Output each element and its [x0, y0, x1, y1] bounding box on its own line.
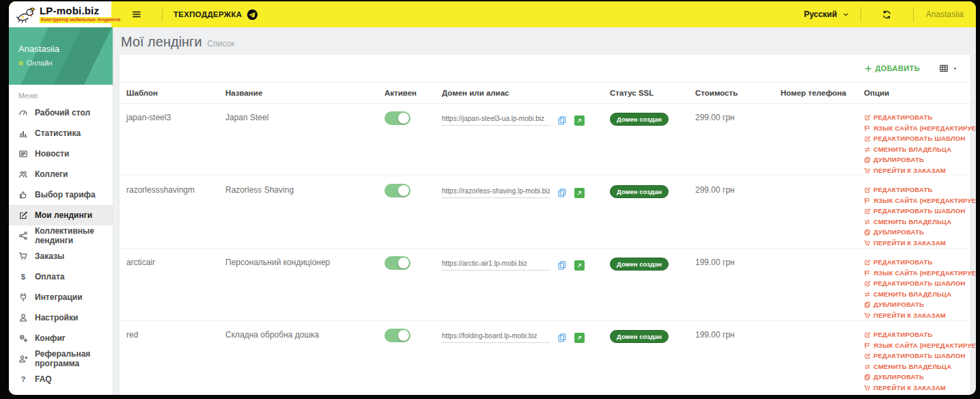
sidebar-item[interactable]: Мои лендинги [9, 205, 113, 225]
option-link[interactable]: ПЕРЕЙТИ К ЗАКАЗАМ [864, 383, 946, 394]
open-site-button[interactable] [574, 188, 585, 198]
copy-domain-icon[interactable] [557, 260, 567, 270]
user-menu[interactable]: Anastasiia [914, 1, 976, 27]
sidebar-item[interactable]: Статистика [9, 123, 113, 143]
option-link[interactable]: РЕДАКТИРОВАТЬ [864, 330, 933, 340]
option-link[interactable]: ЯЗЫК САЙТА (НЕРЕДАКТИРУЕМОЕ) [864, 196, 976, 206]
option-label: РЕДАКТИРОВАТЬ [873, 258, 933, 268]
sidebar-toggle-button[interactable] [111, 1, 162, 27]
cell-active [384, 176, 442, 249]
copy-domain-icon[interactable] [557, 333, 567, 342]
duplicate-icon [864, 301, 871, 308]
option-link[interactable]: ДУБЛИРОВАТЬ [864, 155, 924, 165]
language-flag-icon [864, 342, 871, 349]
refresh-icon [882, 10, 892, 20]
edit-icon [864, 208, 871, 215]
news-icon [18, 149, 28, 159]
page-header: Мої лендінги Список [121, 33, 969, 51]
cell-domain [442, 321, 610, 394]
active-toggle[interactable] [384, 111, 410, 125]
topbar: LP-mobi.biz Конструктор мобильных лендин… [9, 1, 976, 27]
language-dropdown[interactable]: Русский [793, 1, 860, 27]
sidebar-item[interactable]: Настройки [9, 307, 113, 328]
sidebar-item-label: Оплата [35, 272, 64, 281]
copy-domain-icon[interactable] [557, 115, 567, 125]
column-settings-button[interactable] [939, 64, 958, 73]
table-grid-icon [939, 64, 949, 73]
support-button[interactable]: ТЕХПОДДЕРЖКА [163, 1, 269, 27]
column-header: Опции [864, 83, 976, 104]
open-site-button[interactable] [574, 333, 585, 343]
option-link[interactable]: РЕДАКТИРОВАТЬ [864, 185, 933, 195]
option-label: РЕДАКТИРОВАТЬ [873, 330, 933, 340]
cart-icon [864, 240, 871, 247]
toggle-knob [398, 330, 409, 341]
online-status-label: Онлайн [27, 59, 53, 67]
integrations-plug-icon [18, 292, 28, 302]
domain-input[interactable] [442, 332, 550, 343]
table-row: clothes and shoes Чоловічі кросівки [120, 394, 976, 396]
logo[interactable]: LP-mobi.biz Конструктор мобильных лендин… [9, 1, 111, 27]
option-link[interactable]: РЕДАКТИРОВАТЬ ШАБЛОН [864, 279, 966, 289]
exchange-icon [864, 363, 871, 370]
option-label: ПЕРЕЙТИ К ЗАКАЗАМ [873, 166, 946, 176]
add-button[interactable]: ДОБАВИТЬ [865, 64, 921, 72]
cell-ssl-status: Домен создан [610, 394, 695, 396]
option-link[interactable]: СМЕНИТЬ ВЛАДЕЛЬЦА [864, 290, 951, 300]
sidebar-item[interactable]: Рабочий стол [9, 102, 113, 123]
active-toggle[interactable] [384, 256, 410, 270]
sidebar-item-label: Интеграции [35, 292, 83, 302]
domain-input[interactable] [442, 115, 550, 126]
exchange-icon [864, 291, 871, 298]
option-link[interactable]: ДУБЛИРОВАТЬ [864, 372, 924, 383]
cell-active [384, 394, 442, 396]
option-link[interactable]: ЯЗЫК САЙТА (НЕРЕДАКТИРУЕМОЕ) [864, 124, 976, 134]
option-label: РЕДАКТИРОВАТЬ [873, 113, 933, 123]
sidebar-item[interactable]: Реферальная программа [9, 348, 113, 369]
cell-phone [781, 104, 864, 176]
sidebar-item[interactable]: Конфиг [9, 328, 113, 348]
option-link[interactable]: ПЕРЕЙТИ К ЗАКАЗАМ [864, 311, 946, 321]
sidebar-item[interactable]: Выйти [9, 389, 113, 395]
sidebar-item[interactable]: Выбор тарифа [9, 184, 113, 205]
option-link[interactable]: ЯЗЫК САЙТА (НЕРЕДАКТИРУЕМОЕ) [864, 269, 976, 279]
referral-user-plus-icon [18, 354, 28, 363]
option-link[interactable]: СМЕНИТЬ ВЛАДЕЛЬЦА [864, 362, 951, 372]
option-link[interactable]: ПЕРЕЙТИ К ЗАКАЗАМ [864, 166, 946, 176]
option-link[interactable]: ДУБЛИРОВАТЬ [864, 300, 924, 310]
sidebar-menu: Рабочий стол Статистика Новости Коллеги … [9, 102, 113, 395]
sidebar-item[interactable]: Интеграции [9, 287, 113, 307]
external-link-icon [576, 118, 583, 124]
option-link[interactable]: РЕДАКТИРОВАТЬ [864, 258, 933, 268]
sidebar-item[interactable]: FAQ [9, 369, 113, 389]
table-row: razorlessshavingm Razorless Shaving [120, 176, 976, 249]
sidebar-item-label: Коллективные лендинги [35, 226, 103, 245]
cell-phone [781, 394, 864, 396]
option-link[interactable]: ПЕРЕЙТИ К ЗАКАЗАМ [864, 238, 946, 249]
option-link[interactable]: СМЕНИТЬ ВЛАДЕЛЬЦА [864, 145, 951, 155]
sidebar-item[interactable]: Коллективные лендинги [9, 225, 113, 246]
option-link[interactable]: РЕДАКТИРОВАТЬ [864, 113, 933, 123]
active-toggle[interactable] [384, 184, 410, 197]
refresh-button[interactable] [861, 1, 913, 27]
column-header: Домен или алиас [442, 83, 610, 104]
option-link[interactable]: ЯЗЫК САЙТА (НЕРЕДАКТИРУЕМОЕ) [864, 341, 976, 351]
option-link[interactable]: РЕДАКТИРОВАТЬ ШАБЛОН [864, 206, 966, 217]
sidebar-item[interactable]: Новости [9, 143, 113, 164]
sidebar-item[interactable]: Заказы [9, 246, 113, 266]
sidebar-item[interactable]: Коллеги [9, 164, 113, 184]
option-link[interactable]: РЕДАКТИРОВАТЬ ШАБЛОН [864, 351, 966, 361]
edit-icon [864, 114, 871, 121]
option-link[interactable]: РЕДАКТИРОВАТЬ ШАБЛОН [864, 134, 966, 144]
tariff-icon [18, 190, 28, 200]
sidebar-item[interactable]: Оплата [9, 266, 113, 287]
column-header: Статус SSL [610, 83, 695, 104]
open-site-button[interactable] [574, 115, 585, 126]
option-link[interactable]: СМЕНИТЬ ВЛАДЕЛЬЦА [864, 217, 951, 228]
active-toggle[interactable] [384, 329, 410, 342]
domain-input[interactable] [442, 260, 550, 271]
open-site-button[interactable] [574, 260, 585, 271]
option-link[interactable]: ДУБЛИРОВАТЬ [864, 228, 924, 238]
domain-input[interactable] [442, 187, 550, 198]
copy-domain-icon[interactable] [557, 188, 567, 197]
